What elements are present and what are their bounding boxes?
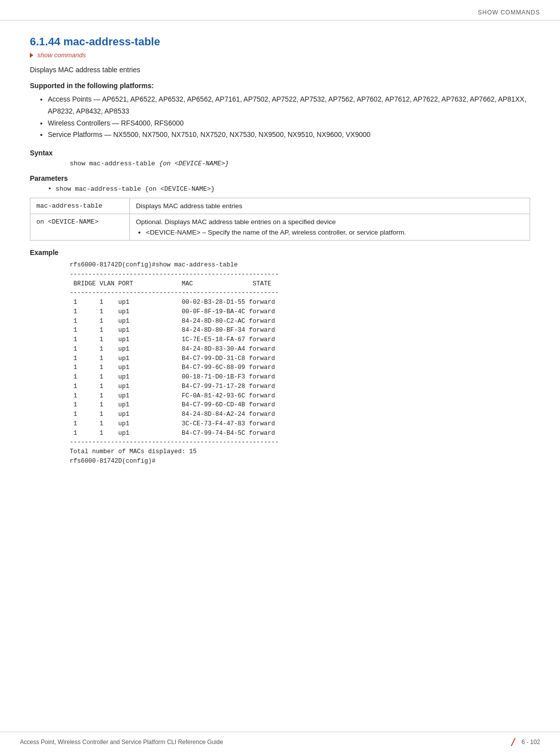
- example-label: Example: [30, 249, 530, 256]
- table-row: mac-address-table Displays MAC address t…: [30, 198, 530, 214]
- svg-marker-0: [511, 738, 516, 746]
- syntax-label: Syntax: [30, 149, 530, 157]
- list-item: Access Points — AP6521, AP6522, AP6532, …: [48, 94, 530, 118]
- list-item: Wireless Controllers — RFS4000, RFS6000: [48, 118, 530, 129]
- page-header: SHOW COMMANDS: [0, 0, 560, 20]
- supported-heading: Supported in the following platforms:: [30, 82, 530, 90]
- breadcrumb-arrow-icon: [30, 53, 33, 58]
- list-item: Service Platforms — NX5500, NX7500, NX75…: [48, 129, 530, 141]
- syntax-code: show mac-address-table {on <DEVICE-NAME>…: [30, 160, 530, 167]
- section-title: 6.1.44 mac-address-table: [30, 35, 530, 48]
- parameters-label: Parameters: [30, 174, 530, 182]
- param-name: mac-address-table: [30, 198, 130, 214]
- example-code: rfs6000-81742D(config)#show mac-address-…: [30, 260, 530, 466]
- breadcrumb-text: show commands: [37, 51, 86, 59]
- param-desc: Displays MAC address table entries: [130, 198, 530, 214]
- platforms-list: Access Points — AP6521, AP6522, AP6532, …: [30, 94, 530, 141]
- table-row: on <DEVICE-NAME> Optional. Displays MAC …: [30, 214, 530, 241]
- syntax-code-text: show mac-address-table {on <DEVICE-NAME>…: [70, 160, 229, 167]
- param-name: on <DEVICE-NAME>: [30, 214, 130, 241]
- description: Displays MAC address table entries: [30, 66, 530, 74]
- header-title: SHOW COMMANDS: [478, 9, 540, 16]
- footer-left: Access Point, Wireless Controller and Se…: [20, 739, 223, 746]
- param-desc: Optional. Displays MAC address table ent…: [130, 214, 530, 241]
- breadcrumb: show commands: [30, 51, 530, 59]
- footer-logo: 6 - 102: [508, 737, 540, 747]
- page-footer: Access Point, Wireless Controller and Se…: [0, 732, 560, 747]
- param-table: mac-address-table Displays MAC address t…: [30, 198, 530, 241]
- footer-slash-icon: [508, 737, 518, 747]
- footer-right: 6 - 102: [522, 739, 540, 746]
- param-bullet: • show mac-address-table {on <DEVICE-NAM…: [30, 185, 530, 193]
- sub-bullet-item: <DEVICE-NAME> – Specify the name of the …: [146, 229, 524, 236]
